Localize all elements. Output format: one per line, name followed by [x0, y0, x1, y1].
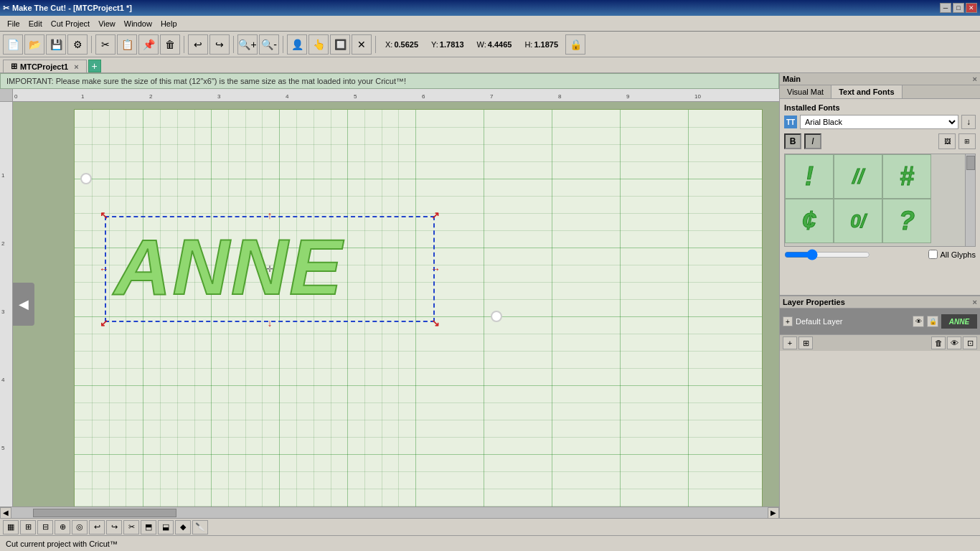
menu-view[interactable]: View	[94, 18, 120, 29]
tab-visual-mat[interactable]: Visual Mat	[780, 85, 831, 98]
bt-redo2-button[interactable]: ↪	[106, 520, 122, 534]
bt-split-button[interactable]: ⬒	[141, 520, 156, 534]
layer-lock-icon[interactable]: 🔒	[927, 316, 938, 327]
delete-layer-button[interactable]: 🗑	[931, 336, 946, 349]
font-download-button[interactable]: ↓	[961, 115, 976, 129]
bt-group-button[interactable]: ⊕	[55, 520, 70, 534]
glyph-cent[interactable]: ¢	[785, 199, 834, 243]
panel-close-button[interactable]: ×	[973, 75, 977, 83]
left-arrow[interactable]: ◀	[13, 283, 34, 326]
canvas-main[interactable]: ◀	[13, 102, 779, 507]
canvas-text[interactable]: ANNE	[114, 221, 344, 312]
menu-window[interactable]: Window	[120, 18, 156, 29]
settings-button[interactable]: ⚙	[67, 34, 88, 55]
h-scroll-track[interactable]	[11, 508, 768, 518]
tab-label: MTCProject1	[20, 62, 68, 71]
menu-file[interactable]: File	[3, 18, 24, 29]
tab-text-fonts[interactable]: Text and Fonts	[831, 85, 902, 98]
h-label: H:	[524, 40, 532, 49]
bt-align-button[interactable]: ⊞	[20, 520, 36, 534]
close-button[interactable]: ✕	[966, 3, 977, 13]
style-extra-btn2[interactable]: ⊞	[958, 133, 976, 149]
glyphs-size-slider[interactable]	[784, 250, 870, 259]
zoom-fit-button[interactable]: 🔲	[330, 34, 350, 55]
font-dropdown[interactable]: Arial Black Arial Times New Roman Verdan…	[800, 115, 958, 129]
pointer-button[interactable]: 👆	[308, 34, 329, 55]
separator-1	[91, 36, 92, 53]
all-glyphs-checkbox-row: All Glyphs	[928, 250, 976, 259]
redo-button[interactable]: ↪	[209, 34, 230, 55]
bt-undo2-button[interactable]: ↩	[89, 520, 105, 534]
glyphs-control-row: All Glyphs	[784, 250, 976, 259]
w-value: 4.4465	[488, 40, 512, 49]
layer-action-buttons: 🗑 👁 ⊡	[931, 336, 977, 349]
undo-button[interactable]: ↩	[188, 34, 208, 55]
layer-grid-button[interactable]: ⊞	[798, 336, 813, 349]
paste-button[interactable]: 📌	[138, 34, 159, 55]
scroll-right-button[interactable]: ▶	[768, 507, 779, 519]
handle-bm[interactable]: ↓	[266, 319, 273, 326]
menu-edit[interactable]: Edit	[24, 18, 47, 29]
handle-br[interactable]: ↘	[432, 319, 439, 326]
bt-grid-button[interactable]: ▦	[3, 520, 19, 534]
cut-button[interactable]: ✂	[95, 34, 116, 55]
bt-knife-button[interactable]: 🔪	[192, 520, 208, 534]
add-layer-button[interactable]: +	[783, 336, 797, 349]
layer-settings-button[interactable]: ⊡	[963, 336, 977, 349]
handle-ml[interactable]: ←	[100, 265, 108, 273]
glyphs-scrollbar[interactable]	[965, 154, 975, 246]
info-bar: IMPORTANT: Please make sure the size of …	[0, 73, 779, 89]
italic-button[interactable]: I	[804, 133, 821, 149]
handle-mr[interactable]: →	[432, 265, 439, 273]
clear-button[interactable]: 🗑	[160, 34, 180, 55]
maximize-button[interactable]: □	[953, 3, 964, 13]
bt-ungroup-button[interactable]: ⊟	[37, 520, 53, 534]
zoom-x-button[interactable]: ✕	[352, 34, 372, 55]
bottom-toolbar: ▦ ⊞ ⊟ ⊕ ◎ ↩ ↪ ✂ ⬒ ⬓ ◆ 🔪	[0, 518, 980, 535]
handle-bl[interactable]: ↙	[100, 319, 108, 326]
all-glyphs-checkbox[interactable]	[928, 250, 938, 259]
bt-target-button[interactable]: ◎	[72, 520, 88, 534]
layer-visibility-icon[interactable]: 👁	[913, 316, 924, 327]
glyph-question[interactable]: ?	[882, 199, 931, 243]
grid-line-v-minor	[364, 110, 365, 507]
glyphs-slider[interactable]	[966, 156, 975, 170]
lock-button[interactable]: 🔒	[565, 34, 585, 55]
layer-expand-button[interactable]: +	[783, 316, 793, 326]
glyph-hash[interactable]: #	[882, 154, 931, 199]
toggle-visibility-button[interactable]: 👁	[947, 336, 961, 349]
new-button[interactable]: 📄	[3, 34, 23, 55]
user-button[interactable]: 👤	[287, 34, 307, 55]
menu-help[interactable]: Help	[156, 18, 182, 29]
menu-cut-project[interactable]: Cut Project	[47, 18, 94, 29]
bold-button[interactable]: B	[784, 133, 801, 149]
svg-text:9: 9	[626, 93, 630, 100]
copy-button[interactable]: 📋	[117, 34, 137, 55]
glyph-exclamation[interactable]: !	[785, 154, 834, 199]
main-area: IMPORTANT: Please make sure the size of …	[0, 73, 980, 518]
svg-text:4: 4	[1, 377, 5, 383]
w-label: W:	[477, 40, 486, 49]
h-scrollbar[interactable]: ◀ ▶	[0, 507, 779, 518]
glyph-slash[interactable]: //	[834, 154, 882, 199]
new-tab-button[interactable]: +	[88, 60, 101, 72]
bt-merge-button[interactable]: ⬓	[158, 520, 174, 534]
svg-text:8: 8	[558, 93, 562, 100]
project-tab[interactable]: ⊞ MTCProject1 ×	[3, 60, 87, 72]
tab-close[interactable]: ×	[74, 62, 78, 71]
save-button[interactable]: 💾	[46, 34, 66, 55]
zoom-in-button[interactable]: 🔍+	[237, 34, 258, 55]
bt-node-button[interactable]: ◆	[175, 520, 191, 534]
glyph-zero[interactable]: 0/	[834, 199, 882, 243]
style-extra-btn1[interactable]: 🖼	[938, 133, 956, 149]
scroll-left-button[interactable]: ◀	[0, 507, 11, 519]
zoom-out-button[interactable]: 🔍-	[259, 34, 279, 55]
h-scroll-thumb[interactable]	[33, 509, 176, 517]
vertical-ruler: 1 1 2 3 4 5	[0, 102, 13, 507]
open-button[interactable]: 📂	[24, 34, 44, 55]
bt-cut2-button[interactable]: ✂	[123, 520, 139, 534]
grid-line-h-minor	[75, 437, 762, 438]
svg-text:4: 4	[286, 93, 289, 100]
minimize-button[interactable]: ─	[940, 3, 951, 13]
layer-panel-close-button[interactable]: ×	[973, 298, 977, 306]
